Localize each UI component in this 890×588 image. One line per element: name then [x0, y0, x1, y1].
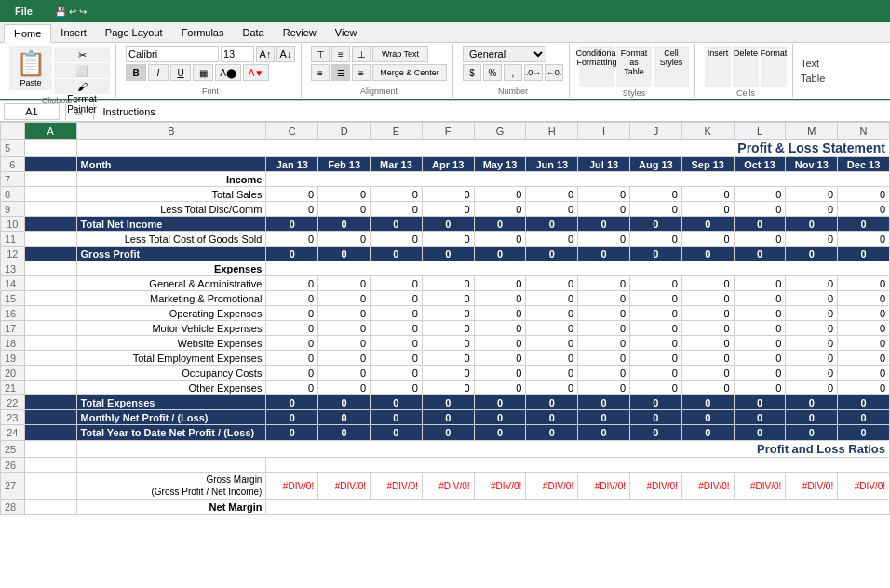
cell-e9[interactable]: 0 [371, 202, 423, 217]
col-header-d[interactable]: D [318, 123, 371, 140]
cell-a20[interactable] [24, 366, 76, 381]
cell-n22[interactable]: 0 [838, 395, 890, 410]
cell-b25[interactable]: Profit and Loss Ratios [76, 441, 889, 458]
col-header-k[interactable]: K [681, 123, 734, 140]
cell-n23[interactable]: 0 [838, 410, 890, 425]
cell-a19[interactable] [24, 351, 76, 366]
cell-a7[interactable] [24, 172, 76, 187]
cell-e16[interactable]: 0 [371, 306, 423, 321]
cell-a5[interactable] [24, 140, 76, 157]
cell-b20[interactable]: Occupancy Costs [76, 366, 266, 381]
cell-h15[interactable]: 0 [526, 291, 578, 306]
cell-f8[interactable]: 0 [422, 187, 474, 202]
cell-h6[interactable]: Jun 13 [526, 157, 578, 172]
cell-l24[interactable]: 0 [734, 425, 786, 441]
cell-n24[interactable]: 0 [838, 425, 890, 441]
cell-e14[interactable]: 0 [371, 276, 423, 291]
cell-j23[interactable]: 0 [630, 410, 682, 425]
cell-c12[interactable]: 0 [266, 247, 318, 261]
cell-j11[interactable]: 0 [630, 232, 682, 247]
cell-n19[interactable]: 0 [838, 351, 890, 366]
cell-g23[interactable]: 0 [474, 410, 526, 425]
cell-d22[interactable]: 0 [318, 395, 371, 410]
cell-g11[interactable]: 0 [474, 232, 526, 247]
cell-a8[interactable] [24, 187, 76, 202]
cell-l11[interactable]: 0 [734, 232, 786, 247]
cell-f14[interactable]: 0 [422, 276, 474, 291]
cell-h18[interactable]: 0 [526, 336, 578, 351]
cell-h19[interactable]: 0 [526, 351, 578, 366]
cell-i20[interactable]: 0 [578, 366, 630, 381]
cell-d20[interactable]: 0 [318, 366, 371, 381]
cell-f12[interactable]: 0 [422, 247, 474, 261]
cell-l23[interactable]: 0 [734, 410, 786, 425]
cell-n14[interactable]: 0 [838, 276, 890, 291]
cell-a9[interactable] [24, 202, 76, 217]
col-header-m[interactable]: M [786, 123, 838, 140]
percent-button[interactable]: % [483, 64, 502, 81]
cell-f22[interactable]: 0 [422, 395, 474, 410]
cell-a12[interactable] [24, 247, 76, 261]
cell-i19[interactable]: 0 [578, 351, 630, 366]
cell-b23[interactable]: Monthly Net Profit / (Loss) [76, 410, 266, 425]
cell-n15[interactable]: 0 [838, 291, 890, 306]
cell-j18[interactable]: 0 [630, 336, 682, 351]
cell-h10[interactable]: 0 [526, 217, 578, 232]
cell-m17[interactable]: 0 [786, 321, 838, 336]
cell-f21[interactable]: 0 [422, 381, 474, 395]
cell-c21[interactable]: 0 [266, 381, 318, 395]
cell-f23[interactable]: 0 [422, 410, 474, 425]
cell-a24[interactable] [24, 425, 76, 441]
cell-a11[interactable] [24, 232, 76, 247]
cell-a22[interactable] [24, 395, 76, 410]
cell-g20[interactable]: 0 [474, 366, 526, 381]
cell-k9[interactable]: 0 [681, 202, 734, 217]
cut-button[interactable]: ✂ Cut [54, 47, 110, 62]
col-header-l[interactable]: L [734, 123, 786, 140]
cell-f17[interactable]: 0 [422, 321, 474, 336]
cell-j16[interactable]: 0 [630, 306, 682, 321]
cell-d6[interactable]: Feb 13 [318, 157, 371, 172]
cell-j21[interactable]: 0 [630, 381, 682, 395]
cell-e12[interactable]: 0 [371, 247, 423, 261]
cell-b7[interactable]: Income [76, 172, 266, 187]
cell-c22[interactable]: 0 [266, 395, 318, 410]
cell-e27[interactable]: #DIV/0! [371, 473, 423, 500]
cell-m8[interactable]: 0 [786, 187, 838, 202]
cell-i27[interactable]: #DIV/0! [578, 473, 630, 500]
tab-page-layout[interactable]: Page Layout [96, 23, 172, 42]
cell-j15[interactable]: 0 [630, 291, 682, 306]
cell-c17[interactable]: 0 [266, 321, 318, 336]
cell-l19[interactable]: 0 [734, 351, 786, 366]
col-header-n[interactable]: N [838, 123, 890, 140]
cell-k21[interactable]: 0 [681, 381, 734, 395]
cell-b16[interactable]: Operating Expenses [76, 306, 266, 321]
tab-view[interactable]: View [326, 23, 367, 42]
cell-m27[interactable]: #DIV/0! [786, 473, 838, 500]
cell-e10[interactable]: 0 [371, 217, 423, 232]
cell-h8[interactable]: 0 [526, 187, 578, 202]
cell-b17[interactable]: Motor Vehicle Expenses [76, 321, 266, 336]
cell-b19[interactable]: Total Employment Expenses [76, 351, 266, 366]
cell-g19[interactable]: 0 [474, 351, 526, 366]
decrease-font-button[interactable]: A↓ [276, 46, 295, 62]
cell-i11[interactable]: 0 [578, 232, 630, 247]
cell-c10[interactable]: 0 [266, 217, 318, 232]
cell-n21[interactable]: 0 [838, 381, 890, 395]
fill-color-button[interactable]: A⬤ [215, 64, 241, 81]
cell-f27[interactable]: #DIV/0! [422, 473, 474, 500]
cell-l18[interactable]: 0 [734, 336, 786, 351]
cell-d24[interactable]: 0 [318, 425, 371, 441]
cell-a28[interactable] [24, 500, 76, 514]
cell-d21[interactable]: 0 [318, 381, 371, 395]
cell-g22[interactable]: 0 [474, 395, 526, 410]
col-header-i[interactable]: I [578, 123, 630, 140]
col-header-a[interactable]: A [24, 123, 76, 140]
cell-i6[interactable]: Jul 13 [578, 157, 630, 172]
cell-a26[interactable] [24, 458, 76, 473]
cell-a27[interactable] [24, 473, 76, 500]
cell-a13[interactable] [24, 261, 76, 276]
cell-b27[interactable]: Gross Margin(Gross Profit / Net Income) [76, 473, 266, 500]
cell-c8[interactable]: 0 [266, 187, 318, 202]
cell-g14[interactable]: 0 [474, 276, 526, 291]
